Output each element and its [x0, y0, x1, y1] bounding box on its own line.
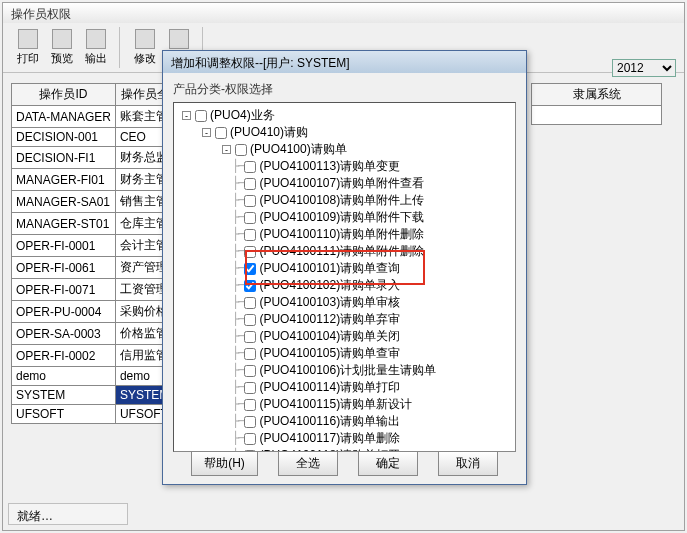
tree-node-business[interactable]: -(PUO4)业务 — [176, 107, 513, 124]
tree-label: (PUO4100113)请购单变更 — [259, 158, 400, 175]
permission-checkbox[interactable] — [244, 195, 256, 207]
operator-id-cell[interactable]: MANAGER-ST01 — [12, 213, 116, 235]
tree-label: (PUO4100105)请购单查审 — [259, 345, 400, 362]
tree-label: (PUO4100101)请购单查询 — [259, 260, 400, 277]
tree-leaf[interactable]: ├─(PUO4100106)计划批量生请购单 — [176, 362, 513, 379]
year-dropdown[interactable]: 2012 — [612, 59, 676, 77]
tree-leaf[interactable]: ├─(PUO4100112)请购单弃审 — [176, 311, 513, 328]
edit-button[interactable]: 修改 — [128, 27, 162, 68]
ok-button[interactable]: 确定 — [358, 451, 418, 476]
operator-id-cell[interactable]: demo — [12, 367, 116, 386]
dialog-label: 产品分类-权限选择 — [163, 73, 526, 102]
operator-id-cell[interactable]: OPER-FI-0071 — [12, 279, 116, 301]
permission-dialog: 增加和调整权限--[用户: SYSTEM] 产品分类-权限选择 -(PUO4)业… — [162, 50, 527, 485]
tree-leaf[interactable]: ├─(PUO4100109)请购单附件下载 — [176, 209, 513, 226]
permission-checkbox[interactable] — [215, 127, 227, 139]
permission-checkbox[interactable] — [244, 212, 256, 224]
preview-button[interactable]: 预览 — [45, 27, 79, 68]
tree-toggle-icon[interactable]: - — [182, 111, 191, 120]
tree-leaf[interactable]: ├─(PUO4100111)请购单附件删除 — [176, 243, 513, 260]
select-all-button[interactable]: 全选 — [278, 451, 338, 476]
tree-connector: ├─ — [232, 362, 244, 379]
tree-label: (PUO4100108)请购单附件上传 — [259, 192, 424, 209]
operator-id-cell[interactable]: DATA-MANAGER — [12, 106, 116, 128]
operator-id-cell[interactable]: MANAGER-SA01 — [12, 191, 116, 213]
tree-leaf[interactable]: ├─(PUO4100116)请购单输出 — [176, 413, 513, 430]
permission-checkbox[interactable] — [244, 263, 256, 275]
operator-id-cell[interactable]: UFSOFT — [12, 405, 116, 424]
permission-checkbox[interactable] — [244, 331, 256, 343]
tree-label: (PUO410)请购 — [230, 124, 308, 141]
permission-checkbox[interactable] — [244, 382, 256, 394]
tree-label: (PUO4100107)请购单附件查看 — [259, 175, 424, 192]
tree-toggle-icon[interactable]: - — [202, 128, 211, 137]
print-icon — [18, 29, 38, 49]
tree-leaf[interactable]: ├─(PUO4100114)请购单打印 — [176, 379, 513, 396]
export-button[interactable]: 输出 — [79, 27, 113, 68]
tree-connector: ├─ — [232, 175, 244, 192]
operator-id-cell[interactable]: OPER-FI-0002 — [12, 345, 116, 367]
tree-label: (PUO4100117)请购单删除 — [259, 430, 400, 447]
tree-leaf[interactable]: ├─(PUO4100115)请购单新设计 — [176, 396, 513, 413]
tree-connector: ├─ — [232, 294, 244, 311]
tree-toggle-icon[interactable]: - — [222, 145, 231, 154]
tree-label: (PUO4100115)请购单新设计 — [259, 396, 412, 413]
tree-leaf[interactable]: ├─(PUO4100113)请购单变更 — [176, 158, 513, 175]
operator-id-cell[interactable]: OPER-FI-0001 — [12, 235, 116, 257]
tree-connector: ├─ — [232, 430, 244, 447]
tree-leaf[interactable]: ├─(PUO4100108)请购单附件上传 — [176, 192, 513, 209]
tree-connector: ├─ — [232, 209, 244, 226]
col-operator-id[interactable]: 操作员ID — [12, 84, 116, 106]
cancel-button[interactable]: 取消 — [438, 451, 498, 476]
tree-leaf[interactable]: ├─(PUO4100107)请购单附件查看 — [176, 175, 513, 192]
operator-id-cell[interactable]: OPER-SA-0003 — [12, 323, 116, 345]
system-cell[interactable] — [532, 106, 662, 125]
print-button[interactable]: 打印 — [11, 27, 45, 68]
tree-label: (PUO4100114)请购单打印 — [259, 379, 400, 396]
permission-checkbox[interactable] — [244, 297, 256, 309]
tree-label: (PUO4100112)请购单弃审 — [259, 311, 400, 328]
tree-node-request-order[interactable]: -(PUO4100)请购单 — [176, 141, 513, 158]
tree-leaf[interactable]: ├─(PUO4100117)请购单删除 — [176, 430, 513, 447]
permission-checkbox[interactable] — [244, 246, 256, 258]
year-selector: 2012 — [612, 59, 676, 77]
tree-leaf[interactable]: ├─(PUO4100102)请购单录入 — [176, 277, 513, 294]
export-icon — [86, 29, 106, 49]
permission-checkbox[interactable] — [244, 161, 256, 173]
tree-label: (PUO4)业务 — [210, 107, 275, 124]
tree-label: (PUO4100102)请购单录入 — [259, 277, 400, 294]
tree-label: (PUO4100116)请购单输出 — [259, 413, 400, 430]
permission-checkbox[interactable] — [244, 399, 256, 411]
delete-icon — [169, 29, 189, 49]
operator-id-cell[interactable]: OPER-PU-0004 — [12, 301, 116, 323]
col-system[interactable]: 隶属系统 — [532, 84, 662, 106]
tree-label: (PUO4100103)请购单审核 — [259, 294, 400, 311]
tree-connector: ├─ — [232, 311, 244, 328]
tree-connector: ├─ — [232, 413, 244, 430]
operator-id-cell[interactable]: MANAGER-FI01 — [12, 169, 116, 191]
permission-tree[interactable]: -(PUO4)业务-(PUO410)请购-(PUO4100)请购单├─(PUO4… — [173, 102, 516, 452]
help-button[interactable]: 帮助(H) — [191, 451, 258, 476]
operator-id-cell[interactable]: SYSTEM — [12, 386, 116, 405]
operator-id-cell[interactable]: OPER-FI-0061 — [12, 257, 116, 279]
operator-id-cell[interactable]: DECISION-FI1 — [12, 147, 116, 169]
permission-checkbox[interactable] — [244, 314, 256, 326]
tree-node-request[interactable]: -(PUO410)请购 — [176, 124, 513, 141]
tree-leaf[interactable]: ├─(PUO4100110)请购单附件删除 — [176, 226, 513, 243]
permission-checkbox[interactable] — [235, 144, 247, 156]
permission-checkbox[interactable] — [244, 365, 256, 377]
permission-checkbox[interactable] — [244, 348, 256, 360]
tree-leaf[interactable]: ├─(PUO4100104)请购单关闭 — [176, 328, 513, 345]
tree-leaf[interactable]: ├─(PUO4100105)请购单查审 — [176, 345, 513, 362]
tree-leaf[interactable]: ├─(PUO4100103)请购单审核 — [176, 294, 513, 311]
permission-checkbox[interactable] — [244, 178, 256, 190]
operator-id-cell[interactable]: DECISION-001 — [12, 128, 116, 147]
tree-leaf[interactable]: ├─(PUO4100101)请购单查询 — [176, 260, 513, 277]
permission-checkbox[interactable] — [244, 280, 256, 292]
system-grid: 隶属系统 — [531, 83, 662, 125]
permission-checkbox[interactable] — [244, 416, 256, 428]
permission-checkbox[interactable] — [195, 110, 207, 122]
operator-grid: 操作员ID操作员全 DATA-MANAGER账套主管DECISION-001CE… — [11, 83, 161, 424]
permission-checkbox[interactable] — [244, 433, 256, 445]
permission-checkbox[interactable] — [244, 229, 256, 241]
